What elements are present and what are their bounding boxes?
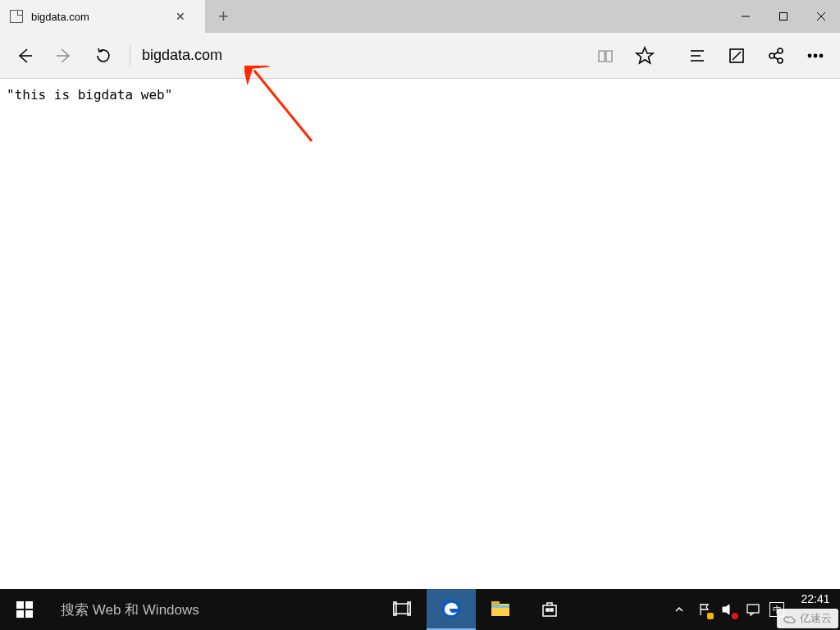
svg-rect-1 bbox=[780, 13, 788, 21]
svg-line-11 bbox=[733, 52, 741, 60]
address-bar[interactable] bbox=[137, 47, 576, 64]
favorite-button[interactable] bbox=[625, 36, 664, 75]
svg-rect-33 bbox=[546, 609, 549, 611]
window-maximize-button[interactable] bbox=[765, 0, 802, 33]
tray-notifications-icon[interactable] bbox=[745, 601, 761, 618]
svg-rect-31 bbox=[491, 605, 509, 608]
svg-point-12 bbox=[769, 53, 774, 58]
svg-rect-22 bbox=[25, 601, 33, 609]
page-icon bbox=[10, 10, 23, 23]
tray-ime-indicator[interactable]: 中 bbox=[769, 602, 784, 617]
hub-icon bbox=[688, 47, 706, 65]
folder-icon bbox=[491, 600, 510, 617]
svg-rect-21 bbox=[16, 601, 24, 609]
store-icon bbox=[541, 600, 559, 618]
flag-icon bbox=[698, 603, 710, 616]
svg-rect-24 bbox=[25, 610, 33, 618]
taskbar-search[interactable]: 搜索 Web 和 Windows bbox=[49, 589, 377, 630]
svg-marker-6 bbox=[637, 48, 653, 63]
svg-point-19 bbox=[819, 54, 822, 57]
page-content-area: "this is bigdata web" bbox=[0, 79, 840, 589]
refresh-button[interactable] bbox=[84, 36, 123, 75]
window-titlebar: bigdata.com ✕ + bbox=[0, 0, 840, 33]
svg-rect-30 bbox=[491, 601, 500, 605]
svg-rect-32 bbox=[543, 605, 556, 616]
reading-view-button[interactable] bbox=[586, 36, 625, 75]
tray-overflow-button[interactable] bbox=[671, 601, 687, 618]
tray-volume-icon[interactable] bbox=[720, 601, 737, 618]
task-view-icon bbox=[393, 601, 411, 616]
start-button[interactable] bbox=[0, 589, 49, 630]
tab-close-button[interactable]: ✕ bbox=[166, 10, 195, 23]
forward-button[interactable] bbox=[44, 36, 84, 75]
message-icon bbox=[746, 603, 760, 616]
svg-marker-35 bbox=[723, 605, 729, 614]
taskbar-app-explorer[interactable] bbox=[476, 589, 525, 630]
minimize-icon bbox=[741, 11, 751, 21]
svg-point-13 bbox=[778, 48, 783, 53]
close-icon bbox=[816, 11, 826, 21]
more-button[interactable] bbox=[796, 36, 835, 75]
tray-security-icon[interactable] bbox=[696, 601, 712, 618]
refresh-icon bbox=[94, 47, 112, 65]
task-view-button[interactable] bbox=[377, 589, 427, 630]
share-button[interactable] bbox=[756, 36, 796, 75]
window-minimize-button[interactable] bbox=[727, 0, 765, 33]
chevron-up-icon bbox=[674, 605, 684, 614]
svg-point-14 bbox=[778, 58, 783, 63]
svg-rect-23 bbox=[16, 610, 24, 618]
windows-taskbar: 搜索 Web 和 Windows 中 22:41 bbox=[0, 589, 840, 630]
back-arrow-icon bbox=[16, 47, 34, 65]
titlebar-drag-region bbox=[242, 0, 727, 33]
taskbar-app-store[interactable] bbox=[525, 589, 574, 630]
speaker-icon bbox=[722, 604, 735, 615]
svg-rect-36 bbox=[747, 605, 759, 613]
edge-icon bbox=[441, 598, 462, 619]
share-icon bbox=[767, 47, 785, 65]
svg-line-16 bbox=[774, 57, 778, 59]
tab-title: bigdata.com bbox=[31, 11, 158, 23]
window-close-button[interactable] bbox=[802, 0, 840, 33]
forward-arrow-icon bbox=[55, 47, 73, 65]
new-tab-button[interactable]: + bbox=[205, 0, 242, 33]
svg-line-15 bbox=[774, 52, 778, 54]
svg-point-17 bbox=[808, 54, 810, 57]
back-button[interactable] bbox=[5, 36, 44, 75]
hub-button[interactable] bbox=[678, 36, 717, 75]
system-tray: 中 bbox=[664, 589, 791, 630]
toolbar-separator bbox=[130, 45, 130, 66]
star-icon bbox=[635, 46, 655, 66]
maximize-icon bbox=[778, 11, 788, 21]
note-icon bbox=[728, 47, 746, 65]
clock-time: 22:41 bbox=[791, 592, 840, 605]
taskbar-app-edge[interactable] bbox=[427, 589, 476, 630]
ellipsis-icon bbox=[806, 47, 824, 65]
toolbar-right-group bbox=[586, 36, 835, 75]
svg-rect-34 bbox=[550, 609, 553, 611]
taskbar-spacer bbox=[574, 589, 664, 630]
svg-point-18 bbox=[814, 54, 816, 57]
taskbar-clock[interactable]: 22:41 bbox=[791, 589, 840, 630]
search-placeholder: 搜索 Web 和 Windows bbox=[61, 600, 199, 619]
book-icon bbox=[596, 47, 614, 65]
browser-toolbar bbox=[0, 33, 840, 79]
webnote-button[interactable] bbox=[717, 36, 756, 75]
windows-logo-icon bbox=[16, 601, 33, 618]
browser-tab[interactable]: bigdata.com ✕ bbox=[0, 0, 205, 33]
page-body-text: "this is bigdata web" bbox=[0, 79, 840, 111]
